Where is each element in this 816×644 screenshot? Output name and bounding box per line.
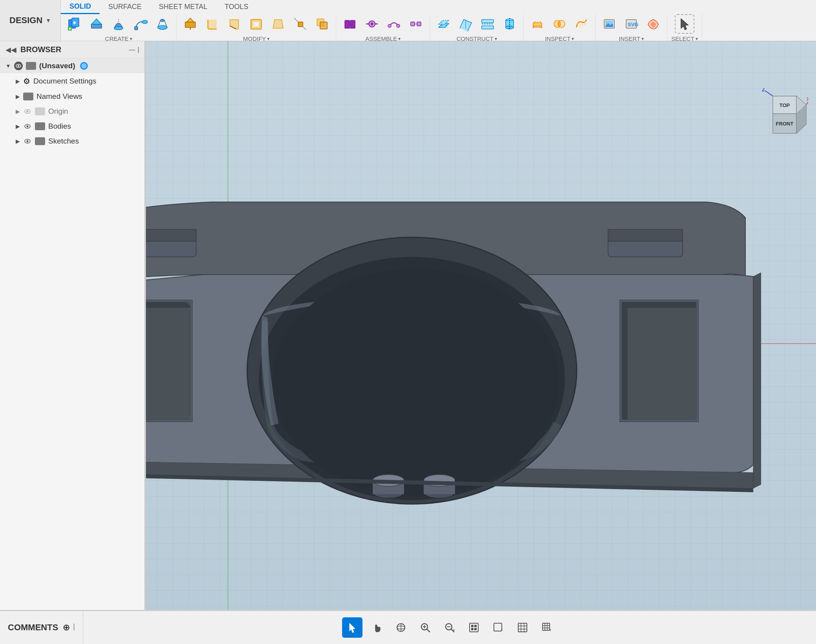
- motion-link-button[interactable]: [384, 14, 404, 34]
- comments-actions: ⊕ |: [63, 622, 75, 633]
- named-views-expand-icon[interactable]: ▶: [16, 93, 20, 100]
- display-mode-options-button[interactable]: [488, 617, 508, 638]
- axis-cylinder-button[interactable]: [500, 14, 519, 34]
- svg-point-74: [83, 65, 85, 67]
- cursor-tool-button[interactable]: [342, 617, 362, 638]
- named-views-folder-icon: [23, 93, 33, 100]
- extrude-button[interactable]: [87, 14, 106, 34]
- toolbar-group-inspect: INSPECT ▾: [524, 14, 596, 41]
- insert-image-button[interactable]: [599, 14, 619, 34]
- fillet-button[interactable]: [202, 14, 222, 34]
- plane-at-angle-button[interactable]: [456, 14, 475, 34]
- browser-collapse-icon[interactable]: ◀◀: [5, 45, 16, 54]
- select-button[interactable]: [675, 14, 694, 34]
- construct-group-label[interactable]: CONSTRUCT ▾: [457, 35, 497, 42]
- display-mode-button[interactable]: [464, 617, 484, 638]
- modify-group-label[interactable]: MODIFY ▾: [243, 35, 270, 42]
- comments-divider: |: [73, 622, 75, 633]
- curvature-button[interactable]: [572, 14, 591, 34]
- insert-svg-button[interactable]: SVG: [621, 14, 641, 34]
- svg-line-95: [806, 102, 808, 105]
- inspect-group-label[interactable]: INSPECT ▾: [545, 35, 574, 42]
- tab-surface[interactable]: SURFACE: [100, 0, 150, 14]
- as-built-joint-button[interactable]: [406, 14, 426, 34]
- pan-tool-button[interactable]: [366, 617, 387, 638]
- toolbar-group-insert: SVG INSERT ▾: [596, 14, 667, 41]
- svg-text:FRONT: FRONT: [776, 121, 794, 127]
- revolve-button[interactable]: [109, 14, 128, 34]
- offset-plane-button[interactable]: [434, 14, 454, 34]
- svg-rect-122: [543, 623, 550, 630]
- svg-rect-46: [482, 20, 494, 23]
- root-settings-icon[interactable]: [80, 62, 88, 70]
- zoom-options-button[interactable]: [439, 617, 460, 638]
- draft-button[interactable]: [268, 14, 288, 34]
- chamfer-button[interactable]: [224, 14, 244, 34]
- grid-options-button[interactable]: [537, 617, 557, 638]
- tab-solid[interactable]: SOLID: [61, 0, 100, 14]
- browser-root-item[interactable]: ▼ (Unsaved): [0, 58, 145, 73]
- interference-button[interactable]: [550, 14, 569, 34]
- decal-button[interactable]: [643, 14, 663, 34]
- bodies-eye-icon[interactable]: [23, 122, 32, 131]
- doc-settings-expand-icon[interactable]: ▶: [16, 78, 20, 84]
- combine-button[interactable]: [312, 14, 332, 34]
- svg-line-103: [427, 629, 430, 632]
- svg-rect-41: [417, 22, 421, 26]
- svg-rect-31: [345, 20, 350, 28]
- new-component-assemble-button[interactable]: [340, 14, 360, 34]
- tab-tools[interactable]: TOOLS: [216, 0, 257, 14]
- svg-text:TOP: TOP: [780, 102, 790, 108]
- sketches-label: Sketches: [48, 137, 79, 146]
- doc-settings-label: Document Settings: [33, 77, 97, 86]
- press-pull-button[interactable]: [180, 14, 200, 34]
- svg-rect-7: [91, 24, 102, 28]
- svg-point-84: [273, 269, 559, 496]
- svg-rect-115: [494, 623, 502, 631]
- root-folder-icon: [26, 62, 36, 70]
- origin-eye-icon[interactable]: [23, 107, 32, 116]
- sketches-eye-icon[interactable]: [23, 137, 32, 146]
- root-eye-icon[interactable]: [14, 62, 23, 70]
- origin-expand-icon[interactable]: ▶: [16, 108, 20, 115]
- browser-origin-item[interactable]: ▶ Origin: [0, 104, 145, 119]
- svg-point-73: [18, 65, 19, 67]
- svg-point-16: [158, 25, 167, 29]
- new-component-button[interactable]: [65, 14, 84, 34]
- svg-point-38: [388, 24, 391, 27]
- joint-button[interactable]: [362, 14, 382, 34]
- insert-group-label[interactable]: INSERT ▾: [619, 35, 644, 42]
- sweep-button[interactable]: [131, 14, 150, 34]
- browser-sketches-item[interactable]: ▶ Sketches: [0, 134, 145, 149]
- grid-button[interactable]: [512, 617, 533, 638]
- toolbar-group-construct: CONSTRUCT ▾: [430, 14, 524, 41]
- svg-rect-112: [474, 625, 477, 627]
- sidebar-splitter[interactable]: [144, 41, 146, 611]
- zoom-tool-button[interactable]: [415, 617, 435, 638]
- browser-pin-button[interactable]: —: [129, 46, 135, 53]
- comments-add-button[interactable]: ⊕: [63, 622, 70, 633]
- orbit-tool-button[interactable]: [391, 617, 411, 638]
- browser-named-views-item[interactable]: ▶ Named Views: [0, 89, 145, 104]
- loft-button[interactable]: [153, 14, 172, 34]
- browser-doc-settings-item[interactable]: ▶ ⚙ Document Settings: [0, 73, 145, 89]
- midplane-button[interactable]: [478, 14, 497, 34]
- create-group-label[interactable]: CREATE ▾: [105, 35, 132, 42]
- design-arrow: ▼: [46, 17, 51, 24]
- shell-button[interactable]: [246, 14, 266, 34]
- bodies-expand-icon[interactable]: ▶: [16, 123, 20, 129]
- scale-button[interactable]: [290, 14, 310, 34]
- origin-label: Origin: [48, 107, 68, 116]
- select-group-label[interactable]: SELECT ▾: [671, 35, 698, 42]
- design-menu-button[interactable]: DESIGN ▼: [0, 0, 61, 41]
- view-cube[interactable]: TOP FRONT Z X: [753, 88, 804, 139]
- root-collapse-icon[interactable]: ▼: [5, 63, 11, 69]
- sketches-expand-icon[interactable]: ▶: [16, 138, 20, 144]
- tab-sheet-metal[interactable]: SHEET METAL: [150, 0, 216, 14]
- inspect-chevron: ▾: [572, 36, 574, 42]
- svg-rect-114: [474, 628, 477, 630]
- measure-button[interactable]: [528, 14, 547, 34]
- assemble-group-label[interactable]: ASSEMBLE ▾: [365, 35, 401, 42]
- browser-bodies-item[interactable]: ▶ Bodies: [0, 119, 145, 134]
- svg-text:X: X: [807, 96, 808, 102]
